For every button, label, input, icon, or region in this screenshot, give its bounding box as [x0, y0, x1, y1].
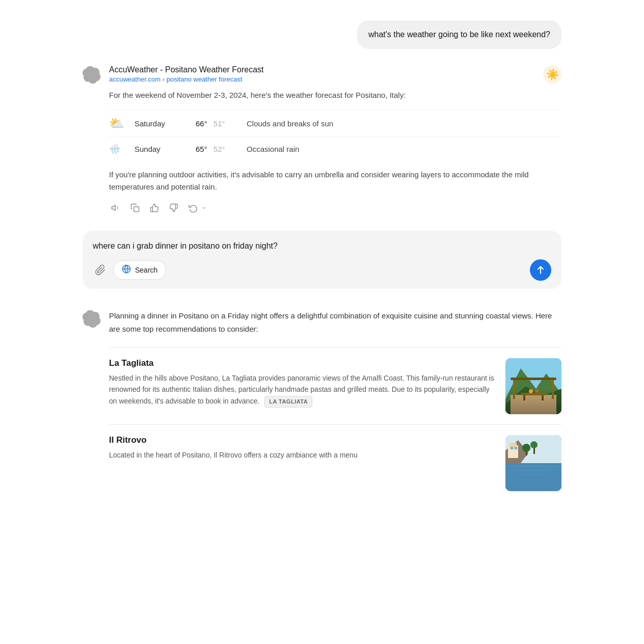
- svg-rect-22: [515, 447, 517, 449]
- svg-rect-13: [511, 378, 556, 380]
- svg-rect-27: [505, 466, 561, 467]
- svg-point-26: [530, 441, 538, 448]
- weather-url-separator: ›: [163, 75, 167, 83]
- restaurant-card-la-tagliata: La Tagliata Nestled in the hills above P…: [109, 347, 561, 424]
- input-actions-row: Search: [93, 259, 551, 281]
- weather-source-title: AccuWeather - Positano Weather Forecast: [109, 65, 561, 74]
- sun-icon: ☀️: [543, 65, 561, 84]
- svg-marker-0: [112, 205, 116, 211]
- attach-button[interactable]: [93, 262, 108, 278]
- weather-row-saturday: ⛅ Saturday 66° 51° Clouds and breaks of …: [109, 110, 561, 137]
- user-message-text-1: what's the weather going to be like next…: [368, 30, 550, 39]
- svg-point-24: [522, 444, 530, 452]
- copy-button[interactable]: [128, 201, 142, 214]
- search-label: Search: [135, 266, 157, 274]
- weather-desc-sunday: Occasional rain: [247, 145, 299, 153]
- user-bubble-1: what's the weather going to be like next…: [357, 20, 561, 49]
- restaurant-name-la-tagliata: La Tagliata: [109, 358, 495, 368]
- weather-advice: If you're planning outdoor activities, i…: [109, 169, 561, 193]
- svg-point-14: [529, 389, 533, 393]
- weather-day-sunday: Sunday: [135, 145, 196, 153]
- weather-intro: For the weekend of November 2-3, 2024, h…: [109, 89, 561, 101]
- globe-icon: [122, 264, 131, 276]
- weather-card: ☀️ AccuWeather - Positano Weather Foreca…: [109, 65, 561, 214]
- svg-rect-11: [513, 379, 515, 399]
- restaurant-info-la-tagliata: La Tagliata Nestled in the hills above P…: [109, 358, 495, 408]
- weather-high-sunday: 65°: [196, 145, 207, 153]
- svg-rect-7: [511, 395, 556, 414]
- thumbs-down-button[interactable]: [167, 201, 180, 214]
- svg-rect-28: [511, 470, 551, 471]
- weather-temps-sunday: 65° 52°: [196, 145, 247, 153]
- svg-rect-21: [511, 447, 513, 449]
- search-button[interactable]: Search: [113, 260, 166, 280]
- weather-day-saturday: Saturday: [135, 119, 196, 128]
- svg-rect-1: [134, 207, 139, 212]
- weather-row-sunday: 🌧️ Sunday 65° 52° Occasional rain: [109, 137, 561, 160]
- restaurant-name-il-ritrovo: Il Ritrovo: [109, 435, 495, 445]
- svg-marker-6: [505, 386, 561, 414]
- response-intro: Planning a dinner in Positano on a Frida…: [109, 309, 561, 335]
- svg-rect-12: [552, 379, 554, 399]
- assistant-content-1: ☀️ AccuWeather - Positano Weather Foreca…: [109, 65, 561, 214]
- weather-url-base[interactable]: accuweather.com: [109, 75, 160, 83]
- restaurant-image-il-ritrovo: [505, 435, 561, 491]
- assistant-message-2: Planning a dinner in Positano on a Frida…: [83, 309, 561, 501]
- restaurant-desc-il-ritrovo: Located in the heart of Positano, Il Rit…: [109, 449, 495, 461]
- thumbs-up-button[interactable]: [148, 201, 161, 214]
- weather-icon-sunday: 🌧️: [109, 143, 135, 154]
- restaurant-tag-la-tagliata: LA TAGLIATA: [264, 396, 312, 408]
- weather-source: AccuWeather - Positano Weather Forecast …: [109, 65, 561, 83]
- input-box[interactable]: where can i grab dinner in positano on f…: [83, 231, 561, 289]
- restaurant-card-il-ritrovo: Il Ritrovo Located in the heart of Posit…: [109, 424, 561, 501]
- user-message-1: what's the weather going to be like next…: [83, 20, 561, 49]
- svg-point-15: [535, 389, 539, 392]
- weather-low-saturday: 51°: [213, 119, 225, 128]
- weather-icon-saturday: ⛅: [109, 116, 135, 130]
- speaker-button[interactable]: [109, 201, 122, 214]
- weather-low-sunday: 52°: [213, 145, 225, 153]
- send-button[interactable]: [530, 259, 551, 281]
- restaurant-desc-la-tagliata: Nestled in the hills above Positano, La …: [109, 372, 495, 408]
- restaurant-image-la-tagliata: [505, 358, 561, 414]
- weather-high-saturday: 66°: [196, 119, 207, 128]
- input-text[interactable]: where can i grab dinner in positano on f…: [93, 240, 551, 252]
- assistant-avatar-2: [83, 310, 101, 329]
- restaurant-info-il-ritrovo: Il Ritrovo Located in the heart of Posit…: [109, 435, 495, 461]
- feedback-row: [109, 201, 561, 214]
- assistant-content-2: Planning a dinner in Positano on a Frida…: [109, 309, 561, 501]
- assistant-message-1: ☀️ AccuWeather - Positano Weather Foreca…: [83, 65, 561, 214]
- weather-source-url: accuweather.com › positano weather forec…: [109, 75, 561, 83]
- refresh-button[interactable]: [186, 201, 209, 214]
- svg-rect-29: [516, 474, 546, 475]
- svg-rect-10: [542, 395, 544, 400]
- weather-temps-saturday: 66° 51°: [196, 119, 247, 128]
- svg-rect-9: [523, 395, 525, 400]
- assistant-avatar-1: [83, 66, 101, 85]
- weather-url-path[interactable]: positano weather forecast: [167, 75, 243, 83]
- svg-rect-8: [521, 393, 546, 395]
- svg-rect-17: [505, 463, 561, 491]
- weather-desc-saturday: Clouds and breaks of sun: [247, 119, 333, 128]
